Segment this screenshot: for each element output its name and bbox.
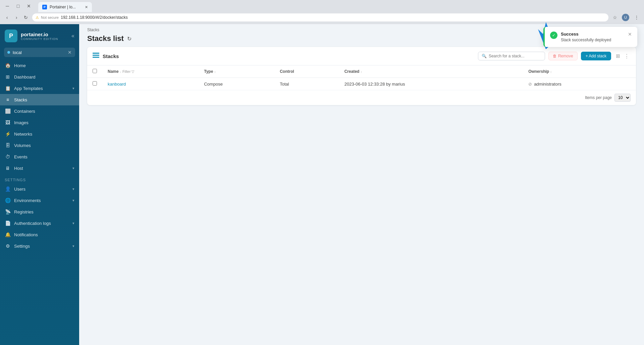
- sidebar-item-host[interactable]: 🖥 Host ▾: [0, 162, 79, 174]
- minimize-button[interactable]: ─: [3, 1, 12, 11]
- panel-icon: [93, 52, 99, 60]
- sidebar-item-app-templates[interactable]: 📋 App Templates ▾: [0, 83, 79, 94]
- table-body: kanboard Compose Total 2023-06-03 12:33:…: [87, 78, 636, 90]
- logo-text: portainer.io Community Edition: [21, 32, 58, 41]
- sidebar-item-environments[interactable]: 🌐 Environments ▾: [0, 195, 79, 206]
- ownership-icon: ⊘: [528, 82, 532, 87]
- stacks-panel: Stacks 🔍 🗑 Remove + Add stack ⊞ ⋮: [87, 47, 636, 105]
- created-sort-icon[interactable]: ↕: [361, 70, 362, 73]
- created-header: Created ↕: [339, 65, 523, 78]
- maximize-button[interactable]: □: [13, 1, 23, 11]
- env-name: local: [13, 50, 22, 55]
- items-per-page-select[interactable]: 10 25 50: [614, 94, 631, 102]
- sidebar: P portainer.io Community Edition « local…: [0, 24, 79, 345]
- stack-control-cell: Total: [274, 78, 339, 90]
- table-view-button[interactable]: ⊞: [614, 52, 622, 60]
- name-header: Name ↓ Filter ▽: [102, 65, 199, 78]
- search-box[interactable]: 🔍: [478, 52, 545, 60]
- close-tab-button[interactable]: ✕: [85, 5, 88, 9]
- type-header: Type ↕: [199, 65, 274, 78]
- name-sort-icon[interactable]: ↓: [120, 70, 121, 73]
- svg-rect-2: [93, 57, 99, 58]
- more-options-button[interactable]: ⋮: [623, 52, 631, 60]
- profile-button[interactable]: U: [621, 13, 630, 22]
- sidebar-item-label: Registries: [14, 209, 74, 214]
- remove-button[interactable]: 🗑 Remove: [548, 52, 578, 60]
- logo: P portainer.io Community Edition: [5, 30, 58, 42]
- host-icon: 🖥: [5, 165, 11, 171]
- sidebar-item-registries[interactable]: 📡 Registries: [0, 206, 79, 217]
- back-button[interactable]: ‹: [3, 13, 11, 22]
- window-controls: ─ □ ✕: [3, 1, 34, 11]
- forward-button[interactable]: ›: [12, 13, 21, 22]
- sidebar-item-label: Events: [14, 154, 74, 159]
- menu-button[interactable]: ⋮: [632, 13, 641, 22]
- page-title: Stacks list: [87, 34, 124, 43]
- stack-name-link[interactable]: kanboard: [108, 82, 126, 87]
- containers-icon: ⬜: [5, 108, 11, 114]
- ownership-value: ⊘ administrators: [528, 82, 631, 87]
- chevron-down-icon: ▾: [72, 221, 74, 226]
- sidebar-item-notifications[interactable]: 🔔 Notifications: [0, 229, 79, 240]
- select-all-checkbox[interactable]: [93, 69, 97, 73]
- stacks-table: Name ↓ Filter ▽ Type ↕: [87, 65, 636, 90]
- tab-title: Portainer | lo...: [50, 5, 82, 9]
- notification-container: ✓ Success Stack successfully deployed ✕: [543, 27, 637, 47]
- chevron-down-icon: ▾: [72, 166, 74, 170]
- toast-close-button[interactable]: ✕: [628, 32, 632, 37]
- type-sort-icon[interactable]: ↕: [214, 70, 216, 73]
- sidebar-item-home[interactable]: 🏠 Home: [0, 60, 79, 71]
- address-bar[interactable]: ⚠ Not secure 192.168.1.18:9000/#l/2/dock…: [32, 13, 608, 21]
- bookmark-button[interactable]: ☆: [610, 13, 619, 22]
- stack-ownership-cell: ⊘ administrators: [523, 78, 636, 90]
- stack-name-cell: kanboard: [102, 78, 199, 90]
- search-input[interactable]: [489, 54, 541, 58]
- close-env-button[interactable]: ✕: [68, 50, 72, 55]
- ownership-text: administrators: [534, 82, 561, 87]
- dashboard-icon: ⊞: [5, 74, 11, 80]
- stacks-icon: ≡: [5, 97, 11, 102]
- toast-title: Success: [561, 32, 625, 37]
- reload-button[interactable]: ↻: [21, 13, 30, 22]
- sidebar-item-users[interactable]: 👤 Users ▾: [0, 183, 79, 195]
- home-icon: 🏠: [5, 63, 11, 68]
- images-icon: 🖼: [5, 120, 11, 125]
- chevron-down-icon: ▾: [72, 187, 74, 191]
- refresh-button[interactable]: ↻: [127, 36, 131, 42]
- stacks-panel-icon: [93, 52, 99, 59]
- settings-icon: ⚙: [5, 243, 11, 249]
- sidebar-item-images[interactable]: 🖼 Images: [0, 117, 79, 128]
- sidebar-item-dashboard[interactable]: ⊞ Dashboard: [0, 71, 79, 83]
- browser-tab[interactable]: P Portainer | lo... ✕: [38, 2, 92, 12]
- toast-message: Stack successfully deployed: [561, 38, 625, 42]
- stacks-table-wrapper: Name ↓ Filter ▽ Type ↕: [87, 65, 636, 105]
- sidebar-item-label: Networks: [14, 132, 74, 137]
- sidebar-item-volumes[interactable]: 🗄 Volumes: [0, 140, 79, 151]
- sidebar-item-containers[interactable]: ⬜ Containers: [0, 105, 79, 117]
- close-window-button[interactable]: ✕: [24, 1, 34, 11]
- sidebar-item-label: Volumes: [14, 143, 74, 148]
- environment-tag[interactable]: local ✕: [4, 48, 75, 57]
- row-checkbox[interactable]: [93, 81, 97, 86]
- sidebar-item-label: Images: [14, 120, 74, 125]
- add-stack-button[interactable]: + Add stack: [581, 52, 611, 60]
- volumes-icon: 🗄: [5, 143, 11, 148]
- registries-icon: 📡: [5, 209, 11, 214]
- collapse-sidebar-button[interactable]: «: [71, 33, 74, 39]
- sidebar-item-auth-logs[interactable]: 📄 Authentication logs ▾: [0, 217, 79, 229]
- auth-logs-icon: 📄: [5, 220, 11, 226]
- sidebar-item-label: Dashboard: [14, 75, 74, 80]
- ownership-sort-icon[interactable]: ↕: [550, 70, 552, 73]
- sidebar-item-events[interactable]: ⏱ Events: [0, 151, 79, 162]
- sidebar-item-stacks[interactable]: ≡ Stacks: [0, 94, 79, 105]
- main-content: Stacks Stacks list ↻ Stacks 🔍: [79, 24, 644, 345]
- sidebar-item-networks[interactable]: ⚡ Networks: [0, 128, 79, 140]
- sidebar-item-settings[interactable]: ⚙ Settings ▾: [0, 240, 79, 252]
- row-checkbox-cell: [87, 78, 102, 90]
- sidebar-item-label: App Templates: [14, 86, 69, 91]
- logo-main-text: portainer.io: [21, 32, 58, 37]
- panel-header: Stacks 🔍 🗑 Remove + Add stack ⊞ ⋮: [87, 47, 636, 65]
- networks-icon: ⚡: [5, 131, 11, 137]
- app-layout: P portainer.io Community Edition « local…: [0, 24, 644, 345]
- filter-button[interactable]: Filter ▽: [122, 69, 135, 74]
